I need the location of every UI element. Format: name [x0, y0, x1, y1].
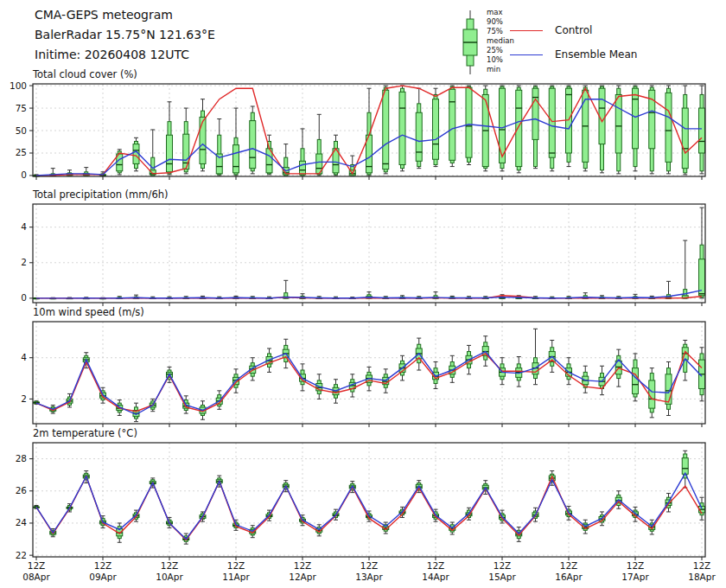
svg-text:2: 2: [21, 393, 27, 404]
svg-text:12Z: 12Z: [360, 560, 379, 571]
svg-text:08Apr: 08Apr: [22, 572, 50, 582]
svg-text:4: 4: [21, 352, 27, 362]
svg-text:75: 75: [16, 103, 27, 113]
svg-text:0: 0: [21, 292, 27, 303]
svg-text:12Z: 12Z: [560, 560, 578, 571]
svg-text:12Z: 12Z: [693, 560, 711, 571]
svg-text:12Z: 12Z: [94, 560, 112, 571]
svg-text:16Apr: 16Apr: [555, 572, 583, 582]
svg-text:26: 26: [16, 485, 28, 495]
svg-text:10Apr: 10Apr: [156, 572, 183, 582]
svg-text:18Apr: 18Apr: [688, 572, 716, 582]
svg-text:12Z: 12Z: [28, 560, 46, 571]
svg-text:12Z: 12Z: [227, 560, 245, 571]
svg-text:12Apr: 12Apr: [289, 572, 316, 582]
svg-text:12Z: 12Z: [627, 560, 645, 571]
svg-text:12Z: 12Z: [161, 560, 179, 571]
svg-text:12Z: 12Z: [427, 560, 445, 571]
svg-text:15Apr: 15Apr: [488, 572, 516, 582]
svg-text:12Z: 12Z: [294, 560, 312, 571]
svg-text:17Apr: 17Apr: [621, 572, 649, 582]
svg-text:28: 28: [16, 453, 27, 463]
meteogram-canvas: 0255075100024242224262812Z08Apr12Z09Apr1…: [0, 0, 726, 588]
svg-text:24: 24: [16, 517, 28, 527]
svg-text:14Apr: 14Apr: [422, 572, 449, 582]
svg-text:0: 0: [21, 169, 27, 180]
svg-text:2: 2: [21, 257, 27, 267]
svg-text:13Apr: 13Apr: [355, 572, 383, 582]
svg-text:25: 25: [16, 147, 27, 157]
svg-text:50: 50: [16, 125, 27, 136]
svg-text:4: 4: [21, 221, 27, 232]
svg-text:100: 100: [10, 80, 27, 91]
meteogram-figure: CMA-GEPS meteogram BalerRadar 15.75°N 12…: [0, 0, 726, 588]
svg-text:09Apr: 09Apr: [89, 572, 117, 582]
svg-text:12Z: 12Z: [494, 560, 512, 571]
svg-text:11Apr: 11Apr: [222, 572, 250, 582]
svg-text:22: 22: [16, 550, 27, 560]
